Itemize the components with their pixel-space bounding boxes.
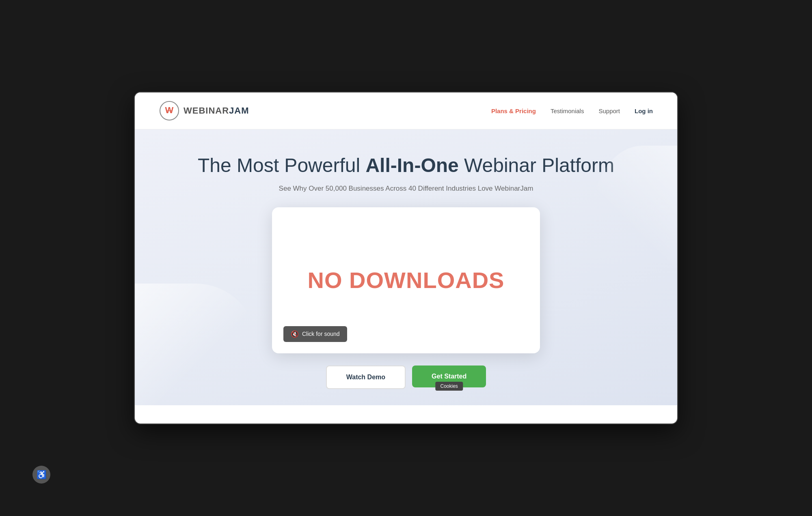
hero-section: The Most Powerful All-In-One Webinar Pla…	[135, 129, 677, 405]
accessibility-button[interactable]: ♿	[32, 466, 50, 484]
hero-subtitle: See Why Over 50,000 Businesses Across 40…	[151, 185, 661, 193]
logo-area: W WEBINARJAM	[159, 101, 249, 121]
hero-headline: The Most Powerful All-In-One Webinar Pla…	[151, 154, 661, 177]
nav-testimonials[interactable]: Testimonials	[551, 108, 584, 114]
header: W WEBINARJAM Plans & Pricing Testimonial…	[135, 92, 677, 129]
nav-plans-pricing[interactable]: Plans & Pricing	[491, 108, 536, 114]
logo-icon: W	[159, 101, 179, 121]
click-for-sound-button[interactable]: 🔇 Click for sound	[283, 326, 347, 342]
browser-window: W WEBINARJAM Plans & Pricing Testimonial…	[134, 92, 678, 424]
accessibility-icon: ♿	[37, 470, 47, 479]
cookies-tooltip: Cookies	[435, 382, 462, 391]
nav-support[interactable]: Support	[598, 108, 620, 114]
logo-text: WEBINARJAM	[184, 105, 249, 116]
nav-login[interactable]: Log in	[635, 108, 653, 114]
video-card: NO DOWNLOADS 🔇 Click for sound	[272, 207, 540, 353]
sound-icon: 🔇	[291, 330, 299, 338]
svg-text:W: W	[165, 105, 174, 115]
video-no-downloads-text: NO DOWNLOADS	[308, 267, 505, 293]
watch-demo-button[interactable]: Watch Demo	[326, 366, 406, 389]
cta-buttons: Watch Demo Get Started Cookies	[151, 366, 661, 389]
main-nav: Plans & Pricing Testimonials Support Log…	[491, 108, 653, 114]
